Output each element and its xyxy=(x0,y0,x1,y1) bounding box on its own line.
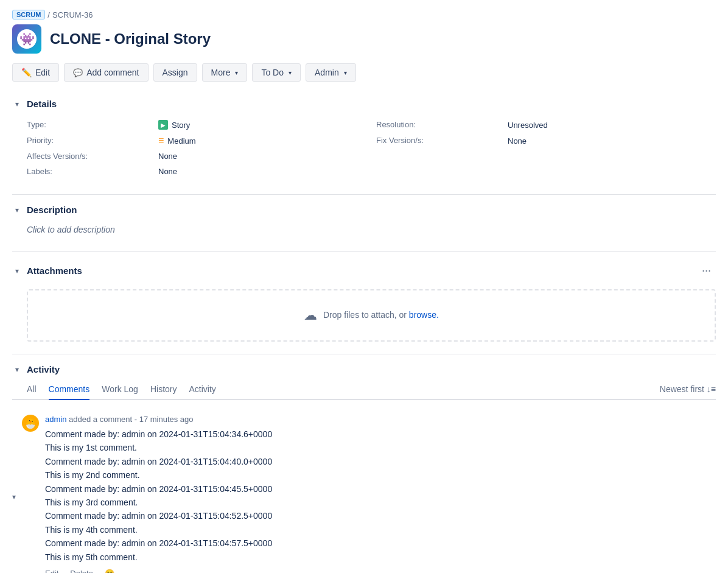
details-title: Details xyxy=(27,99,57,109)
description-toggle[interactable]: ▾ xyxy=(12,205,22,215)
comment-line-7: Comment made by: admin on 2024-01-31T15:… xyxy=(45,509,716,522)
activity-section: ▾ Activity All Comments Work Log History… xyxy=(12,359,716,573)
details-toggle[interactable]: ▾ xyxy=(12,99,22,109)
edit-button[interactable]: ✏️ Edit xyxy=(12,63,59,82)
details-section: ▾ Details Type: ▶ Story Resolution: Unre… xyxy=(12,94,716,182)
description-header: ▾ Description xyxy=(12,200,716,220)
browse-link[interactable]: browse. xyxy=(409,310,439,320)
avatar-emoji: 👾 xyxy=(19,32,35,46)
comment-edit-link[interactable]: Edit xyxy=(45,569,58,573)
priority-icon: ≡ xyxy=(158,136,164,146)
comment-item: ▾ 🐣 admin added a comment - 17 minutes a… xyxy=(12,410,716,573)
activity-tabs: All Comments Work Log History Activity N… xyxy=(12,379,716,400)
affects-version-label: Affects Version/s: xyxy=(27,152,149,161)
sort-button[interactable]: Newest first ↓≡ xyxy=(660,384,716,394)
comment-line-9: Comment made by: admin on 2024-01-31T15:… xyxy=(45,536,716,550)
affects-version-value: None xyxy=(158,152,366,161)
comment-line-8: This is my 4th comment. xyxy=(45,523,716,536)
priority-value: ≡ Medium xyxy=(158,136,366,146)
type-label: Type: xyxy=(27,120,149,130)
activity-header: ▾ Activity xyxy=(12,359,716,379)
comment-avatar: 🐣 xyxy=(22,415,39,432)
comment-emoji-reaction[interactable]: 😊 xyxy=(105,569,114,573)
more-button[interactable]: More ▾ xyxy=(202,63,248,82)
labels-value: None xyxy=(158,167,366,176)
fix-version-label: Fix Version/s: xyxy=(376,136,498,146)
issue-header: 👾 CLONE - Original Story xyxy=(12,24,716,54)
tab-all[interactable]: All xyxy=(27,379,37,400)
labels-label: Labels: xyxy=(27,167,149,176)
activity-title: Activity xyxy=(27,364,60,374)
comment-content: Comment made by: admin on 2024-01-31T15:… xyxy=(45,427,716,564)
comment-delete-link[interactable]: Delete xyxy=(70,569,93,573)
todo-button[interactable]: To Do ▾ xyxy=(252,63,301,82)
upload-icon: ☁ xyxy=(304,308,317,323)
tab-comments[interactable]: Comments xyxy=(49,379,90,400)
add-comment-button[interactable]: 💬 Add comment xyxy=(64,63,148,82)
resolution-label: Resolution: xyxy=(376,120,498,130)
tab-worklog[interactable]: Work Log xyxy=(102,379,138,400)
more-chevron-icon: ▾ xyxy=(235,69,238,76)
comment-header: admin added a comment - 17 minutes ago xyxy=(45,415,716,424)
todo-chevron-icon: ▾ xyxy=(289,69,292,76)
breadcrumb-issue-id: SCRUM-36 xyxy=(52,10,93,19)
comment-actions: Edit · Delete · 😊 xyxy=(45,569,716,573)
comment-icon: 💬 xyxy=(73,68,83,77)
comment-line-1: Comment made by: admin on 2024-01-31T15:… xyxy=(45,427,716,441)
breadcrumb: SCRUM / SCRUM-36 xyxy=(12,10,716,19)
comment-line-3: Comment made by: admin on 2024-01-31T15:… xyxy=(45,455,716,468)
priority-label: Priority: xyxy=(27,136,149,146)
issue-title: CLONE - Original Story xyxy=(50,30,211,47)
admin-chevron-icon: ▾ xyxy=(344,69,347,76)
fix-version-value: None xyxy=(508,136,716,146)
comment-line-4: This is my 2nd comment. xyxy=(45,468,716,482)
attachments-title: Attachments xyxy=(27,265,82,276)
drop-text: Drop files to attach, or xyxy=(323,310,409,320)
tab-activity[interactable]: Activity xyxy=(189,379,215,400)
description-placeholder[interactable]: Click to add description xyxy=(12,220,716,239)
attachments-more-button[interactable]: ··· xyxy=(697,262,716,279)
admin-button[interactable]: Admin ▾ xyxy=(306,63,356,82)
comment-author[interactable]: admin xyxy=(45,415,66,424)
type-value: ▶ Story xyxy=(158,120,366,130)
assign-button[interactable]: Assign xyxy=(153,63,197,82)
description-section: ▾ Description Click to add description xyxy=(12,200,716,239)
comment-action: added a comment - 17 minutes ago xyxy=(69,415,194,424)
attachments-section: ▾ Attachments ··· ☁ Drop files to attach… xyxy=(12,257,716,342)
comment-collapse-button[interactable]: ▾ xyxy=(12,416,16,573)
pencil-icon: ✏️ xyxy=(21,68,32,77)
activity-toggle[interactable]: ▾ xyxy=(12,365,22,374)
story-icon: ▶ xyxy=(158,120,168,130)
comment-line-5: Comment made by: admin on 2024-01-31T15:… xyxy=(45,482,716,496)
comment-line-10: This is my 5th comment. xyxy=(45,550,716,564)
breadcrumb-project[interactable]: SCRUM xyxy=(12,10,45,19)
details-grid: Type: ▶ Story Resolution: Unresolved Pri… xyxy=(12,114,716,182)
details-header: ▾ Details xyxy=(12,94,716,114)
avatar: 👾 xyxy=(12,24,41,54)
resolution-value: Unresolved xyxy=(508,120,716,130)
attachments-toggle[interactable]: ▾ xyxy=(12,266,22,276)
drop-zone[interactable]: ☁ Drop files to attach, or browse. xyxy=(27,289,716,342)
attachments-header: ▾ Attachments ··· xyxy=(12,257,716,284)
toolbar: ✏️ Edit 💬 Add comment Assign More ▾ To D… xyxy=(12,63,716,82)
comment-line-6: This is my 3rd comment. xyxy=(45,496,716,509)
description-title: Description xyxy=(27,205,77,215)
tab-history[interactable]: History xyxy=(150,379,177,400)
comment-line-2: This is my 1st comment. xyxy=(45,441,716,454)
breadcrumb-separator: / xyxy=(47,10,50,19)
comment-body: admin added a comment - 17 minutes ago C… xyxy=(45,415,716,573)
